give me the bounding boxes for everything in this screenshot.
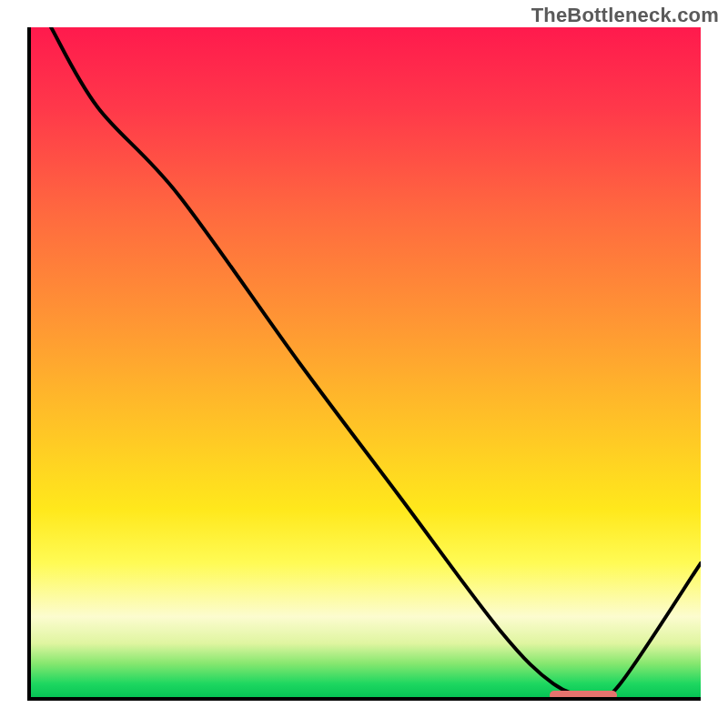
optimal-range-marker <box>550 691 617 700</box>
watermark-text: TheBottleneck.com <box>531 4 719 27</box>
plot-area <box>27 27 701 701</box>
bottleneck-curve <box>31 27 701 697</box>
chart-frame: TheBottleneck.com <box>0 0 728 728</box>
